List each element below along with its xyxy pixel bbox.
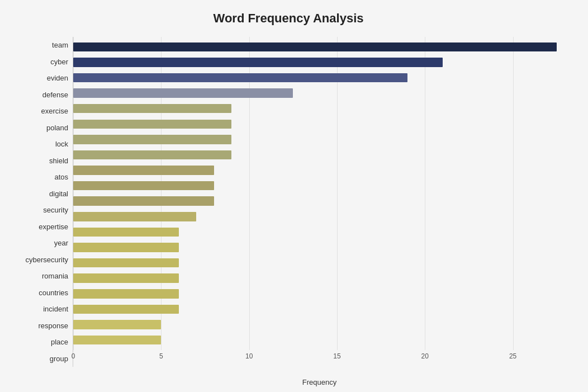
chart-title: Word Frequency Analysis	[11, 11, 566, 26]
bar-row	[73, 317, 566, 333]
bar-row	[73, 286, 566, 302]
x-axis-label: Frequency	[302, 378, 336, 386]
bar-row	[73, 116, 566, 132]
bar	[73, 104, 231, 114]
bars-and-grid: 0510152025 Frequency	[73, 37, 566, 367]
bar	[73, 135, 231, 144]
y-label: place	[11, 338, 68, 346]
bar	[73, 243, 179, 252]
bar-row	[73, 147, 566, 163]
y-label: eviden	[11, 74, 68, 82]
x-tick: 25	[509, 352, 516, 360]
x-tick: 20	[421, 352, 429, 360]
chart-area: teamcyberevidendefenseexercisepolandlock…	[11, 37, 566, 367]
bars-wrapper	[73, 37, 566, 350]
x-axis: 0510152025	[73, 350, 566, 367]
bar	[73, 196, 214, 206]
bar-row	[73, 301, 566, 317]
bar-row	[73, 132, 566, 148]
bar-row	[73, 163, 566, 178]
y-label: cybersecurity	[11, 256, 68, 263]
y-label: exercise	[11, 107, 68, 115]
bar	[73, 258, 179, 268]
bar	[73, 320, 161, 329]
y-label: security	[11, 206, 68, 214]
y-label: shield	[11, 157, 68, 164]
bar-row	[73, 240, 566, 256]
y-label: countries	[11, 289, 68, 296]
bar-row	[73, 55, 566, 70]
x-tick: 5	[159, 352, 163, 360]
bar-row	[73, 193, 566, 209]
bar-row	[73, 332, 566, 348]
bar-row	[73, 101, 566, 116]
bar	[73, 150, 231, 160]
bar	[73, 228, 179, 237]
bar-row	[73, 39, 566, 55]
bar	[73, 181, 214, 191]
y-label: digital	[11, 190, 68, 197]
bar	[73, 305, 179, 314]
bar	[73, 73, 407, 83]
y-label: lock	[11, 140, 68, 148]
y-label: team	[11, 41, 68, 49]
chart-container: Word Frequency Analysis teamcyberevidend…	[0, 0, 588, 392]
bar	[73, 120, 231, 129]
bar-row	[73, 70, 566, 86]
bar-row	[73, 224, 566, 240]
bar-row	[73, 178, 566, 193]
y-label: defense	[11, 91, 68, 98]
bar-row	[73, 86, 566, 101]
bar-row	[73, 271, 566, 286]
x-tick: 15	[333, 352, 340, 360]
y-label: group	[11, 355, 68, 362]
bar-row	[73, 209, 566, 225]
y-label: response	[11, 322, 68, 329]
bar	[73, 88, 293, 98]
y-label: poland	[11, 124, 68, 131]
bar	[73, 42, 557, 52]
y-label: incident	[11, 305, 68, 313]
y-label: cyber	[11, 58, 68, 65]
x-tick: 10	[245, 352, 253, 360]
y-labels: teamcyberevidendefenseexercisepolandlock…	[11, 37, 73, 367]
bar	[73, 336, 161, 345]
y-label: year	[11, 239, 68, 247]
x-tick: 0	[72, 352, 75, 360]
bar	[73, 212, 196, 221]
y-label: romania	[11, 272, 68, 280]
bar	[73, 273, 179, 283]
bar	[73, 166, 214, 175]
bar	[73, 58, 443, 67]
y-label: atos	[11, 173, 68, 181]
bar	[73, 289, 179, 299]
bar-row	[73, 255, 566, 271]
y-label: expertise	[11, 223, 68, 230]
